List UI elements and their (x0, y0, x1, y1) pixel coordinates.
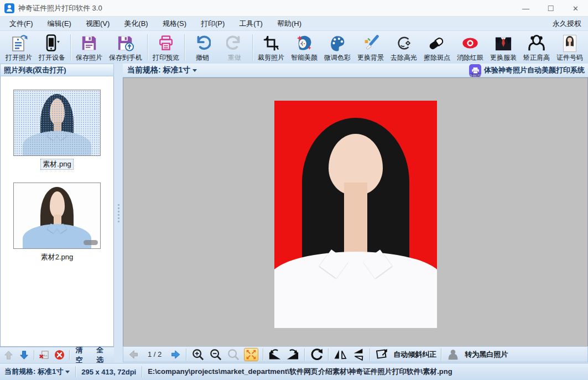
status-spec[interactable]: 当前规格: 标准1寸 (4, 367, 70, 377)
menu-view[interactable]: 视图(V) (79, 17, 117, 31)
to-black-white-button[interactable] (446, 348, 460, 361)
fix-shoulders-label: 矫正肩高 (523, 53, 550, 63)
undo-button[interactable]: 撤销 (186, 33, 218, 63)
toolbar-separator (441, 348, 441, 361)
selection-hatch-overlay (14, 90, 100, 155)
redo-label: 重做 (228, 53, 241, 63)
change-background-button[interactable]: 更换背景 (354, 33, 387, 63)
photo-list-item-2[interactable]: 素材2.png (1, 169, 113, 262)
photo-thumbnail-1[interactable] (13, 90, 101, 156)
fix-shoulders-button[interactable]: 矫正肩高 (520, 33, 553, 63)
auto-tilt-correct-button[interactable] (374, 348, 389, 361)
prev-photo-button[interactable] (128, 348, 142, 361)
photo-list-panel: 照片列表(双击打开) 素材.png 素材2.png (0, 64, 114, 362)
toolbar-separator (186, 348, 186, 361)
menu-file[interactable]: 文件(F) (2, 17, 40, 31)
delete-all-button[interactable] (54, 350, 65, 361)
open-device-label: 打开设备 (39, 53, 65, 63)
splitter-grip-icon (118, 204, 119, 222)
flip-horizontal-button[interactable] (333, 348, 347, 361)
undo-icon (193, 34, 212, 52)
toolbar-separator (304, 348, 305, 361)
change-clothes-label: 更换服装 (490, 53, 517, 63)
open-photo-button[interactable]: 打开照片 (2, 33, 35, 63)
toolbar-separator (263, 348, 263, 361)
menu-spec[interactable]: 规格(S) (155, 17, 194, 31)
remove-red-eye-label: 消除红眼 (457, 53, 483, 63)
shoulders-icon (527, 34, 546, 52)
chevron-down-icon[interactable] (192, 69, 197, 72)
license-label[interactable]: 永久授权 (553, 19, 581, 29)
photo-list[interactable]: 素材.png 素材2.png (0, 76, 114, 347)
promo-link[interactable]: 自动打印 体验神奇照片自动美颜打印系统 (469, 64, 585, 76)
toolbar-separator (147, 34, 148, 61)
move-down-button[interactable] (19, 350, 30, 361)
redo-button[interactable]: 重做 (218, 33, 251, 63)
zoom-out-button[interactable] (209, 348, 223, 361)
menu-beautify[interactable]: 美化(B) (117, 17, 155, 31)
photo-filename-2[interactable]: 素材2.png (39, 252, 75, 262)
main-area: 当前规格: 标准1寸 自动打印 体验神奇照片自动美颜打印系统 1 / 2 (123, 64, 588, 362)
open-device-button[interactable]: 打开设备 (35, 33, 69, 63)
undo-label: 撤销 (196, 53, 209, 63)
menu-print[interactable]: 打印(P) (194, 17, 232, 31)
page-indicator: 1 / 2 (148, 350, 162, 358)
menu-help[interactable]: 帮助(H) (270, 17, 309, 31)
smart-beauty-icon (295, 34, 314, 52)
id-number-button[interactable]: 证件号码 (553, 33, 586, 63)
redo-icon (225, 34, 244, 52)
zoom-reset-button[interactable] (226, 348, 241, 361)
app-icon (4, 3, 14, 13)
toolbar-separator (184, 34, 185, 61)
crop-photo-button[interactable]: 裁剪照片 (254, 33, 288, 63)
status-bar: 当前规格: 标准1寸 295 x 413, 72dpi E:\company\p… (0, 363, 588, 380)
erase-spots-button[interactable]: 擦除斑点 (420, 33, 454, 63)
crop-icon (262, 34, 280, 52)
auto-print-badge: 自动打印 (470, 74, 481, 77)
footer-separator (34, 350, 34, 360)
rotate-left-button[interactable] (268, 348, 282, 361)
rotate-180-button[interactable] (309, 348, 324, 361)
current-spec-label[interactable]: 当前规格: 标准1寸 (127, 65, 190, 75)
change-clothes-button[interactable]: 更换服装 (487, 33, 520, 63)
photo-filename-1[interactable]: 素材.png (41, 159, 72, 169)
open-device-icon (43, 34, 61, 52)
photo-list-item-1[interactable]: 素材.png (1, 76, 113, 169)
status-file-path: E:\company\projects\market_department\软件… (148, 367, 452, 377)
minimize-button[interactable]: — (513, 0, 538, 17)
fit-to-window-button[interactable] (244, 348, 258, 361)
status-separator (75, 366, 76, 377)
smart-beauty-button[interactable]: 智能美颜 (288, 33, 321, 63)
photo-canvas[interactable] (123, 77, 588, 346)
toolbar-separator (328, 348, 329, 361)
delete-photo-button[interactable] (39, 350, 50, 361)
chevron-down-icon (65, 371, 70, 373)
save-photo-label: 保存照片 (76, 53, 102, 63)
save-to-phone-button[interactable]: 保存到手机 (106, 33, 145, 63)
save-to-phone-icon (116, 34, 135, 52)
current-photo[interactable] (274, 101, 437, 328)
main-toolbar: 打开照片 打开设备 保存照片 保存到手机 打印预览 撤销 (0, 31, 588, 64)
remove-red-eye-button[interactable]: 消除红眼 (454, 33, 487, 63)
print-preview-button[interactable]: 打印预览 (149, 33, 183, 63)
auto-tilt-label[interactable]: 自动倾斜纠正 (393, 350, 436, 360)
remove-highlight-button[interactable]: 去除高光 (387, 33, 420, 63)
menu-tools[interactable]: 工具(T) (232, 17, 270, 31)
id-number-label: 证件号码 (556, 53, 583, 63)
menu-edit[interactable]: 编辑(E) (40, 17, 79, 31)
panel-splitter[interactable] (114, 64, 123, 362)
color-adjust-button[interactable]: 微调色彩 (321, 33, 354, 63)
save-photo-button[interactable]: 保存照片 (72, 33, 106, 63)
next-photo-button[interactable] (167, 348, 181, 361)
photo-thumbnail-2[interactable] (13, 183, 101, 249)
flip-vertical-button[interactable] (351, 348, 365, 361)
maximize-button[interactable]: ☐ (538, 0, 563, 17)
zoom-in-button[interactable] (191, 348, 205, 361)
rotate-right-button[interactable] (285, 348, 300, 361)
close-button[interactable]: ✕ (563, 0, 588, 17)
window-title: 神奇证件照片打印软件 3.0 (18, 3, 102, 13)
move-up-button[interactable] (3, 350, 14, 361)
photo-list-footer: 清空 全选 (0, 347, 114, 362)
remove-highlight-label: 去除高光 (391, 53, 417, 63)
to-black-white-label[interactable]: 转为黑白照片 (465, 350, 508, 360)
